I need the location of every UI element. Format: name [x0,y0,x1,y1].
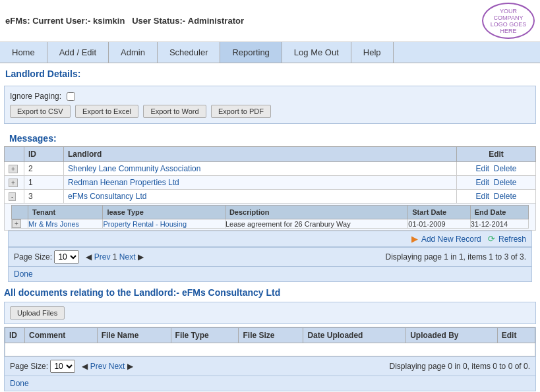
docs-done-bar: Done [4,376,536,391]
nav-reporting[interactable]: Reporting [220,42,282,63]
docs-page-size-label: Page Size: [10,362,48,371]
nav-scheduler[interactable]: Scheduler [158,42,221,63]
docs-next-arrow[interactable]: ▶ [127,362,133,371]
docs-col-edit: Edit [497,328,535,343]
refresh-link[interactable]: ⟳ Refresh [488,234,526,244]
edit-cell-3: Edit Delete [457,190,536,204]
action-bar: ▶ Add New Record ⟳ Refresh [8,231,532,247]
next-link[interactable]: Next [119,252,136,262]
table-row: - 3 eFMs Consultancy Ltd Edit Delete [5,190,536,204]
page-number: 1 [113,252,117,262]
landlord-section-title: Landlord Details: [0,63,540,82]
done-label: Done [14,269,33,279]
nav-log-me-out[interactable]: Log Me Out [282,42,351,63]
display-info: Displaying page 1 in 1, items 1 to 3 of … [386,252,526,262]
docs-title: All documents relating to the Landlord:-… [4,287,536,298]
messages-section: Messages: ID Landlord Edit + 2 Shenley L… [4,128,536,282]
docs-page-size-area: Page Size: 10 25 50 ◀ Prev Next ▶ [10,360,133,373]
ignore-paging-checkbox[interactable] [67,92,75,101]
export-buttons: Export to CSV Export to Excel Export to … [10,105,530,118]
docs-prev-link[interactable]: Prev [90,362,107,371]
landlord-panel: Ignore Paging: Export to CSV Export to E… [4,86,536,124]
id-cell: 1 [24,176,64,190]
landlord-link-3[interactable]: eFMs Consultancy Ltd [68,192,146,201]
table-row: + 1 Redman Heenan Properties Ltd Edit De… [5,176,536,190]
username: ksimkin [93,16,125,26]
user-info: eFMs: Current User:- ksimkin User Status… [5,16,244,26]
nav-home[interactable]: Home [0,42,47,63]
landlord-link-1[interactable]: Shenley Lane Community Association [68,164,200,173]
docs-section: All documents relating to the Landlord:-… [4,287,536,391]
main-nav: Home Add / Edit Admin Scheduler Reportin… [0,42,540,63]
expand-cell[interactable]: + [5,162,24,176]
docs-table: ID Comment File Name File Type File Size… [5,327,535,356]
export-word-button[interactable]: Export to Word [143,105,206,118]
prev-arrow[interactable]: ◀ [86,252,92,262]
tenant-link[interactable]: Mr & Mrs Jones [28,220,79,228]
expand-icon-2[interactable]: + [9,179,18,187]
sub-expand-cell[interactable]: + [12,219,28,229]
delete-link-2[interactable]: Delete [494,178,517,187]
nav-admin[interactable]: Admin [109,42,158,63]
upload-panel: Upload Files [4,302,536,324]
id-cell: 3 [24,190,64,204]
upload-files-button[interactable]: Upload Files [10,306,65,320]
docs-col-id: ID [5,328,25,343]
page-size-select[interactable]: 10 25 50 [54,250,79,264]
export-pdf-button[interactable]: Export to PDF [211,105,271,118]
expand-icon-1[interactable]: + [9,165,18,173]
page-size-area: Page Size: 10 25 50 ◀ Prev 1 Next ▶ [14,250,144,264]
company-logo: YOUR COMPANY LOGO GOES HERE [482,3,535,39]
docs-prev-arrow[interactable]: ◀ [82,362,88,371]
docs-empty-cell [5,343,535,356]
messages-section-title: Messages: [4,128,536,146]
app-name: eFMs: [5,16,30,26]
col-landlord: Landlord [64,147,457,162]
sub-table: Tenant lease Type Description Start Date… [11,205,529,229]
docs-empty-row [5,343,535,356]
sub-expand-icon[interactable]: + [12,219,21,228]
edit-link-2[interactable]: Edit [475,178,489,187]
delete-link-3[interactable]: Delete [494,192,517,201]
add-new-record-label: Add New Record [421,235,481,244]
refresh-label: Refresh [498,235,526,244]
expand-cell[interactable]: + [5,176,24,190]
export-excel-button[interactable]: Export to Excel [75,105,138,118]
sub-table-row: Tenant lease Type Description Start Date… [5,204,536,231]
pagination-bar: Page Size: 10 25 50 ◀ Prev 1 Next ▶ Disp… [8,247,532,267]
sub-col-expand [12,206,28,219]
export-csv-button[interactable]: Export to CSV [10,105,71,118]
sub-col-description: Description [225,206,407,219]
sub-table-data-row: + Mr & Mrs Jones Property Rental - Housi… [12,219,529,229]
lease-type-cell: Property Rental - Housing [103,219,225,229]
docs-page-size-select[interactable]: 10 25 50 [50,360,75,373]
sub-col-tenant: Tenant [28,206,103,219]
edit-link-1[interactable]: Edit [475,164,489,173]
docs-col-filename: File Name [97,328,171,343]
ignore-paging-row: Ignore Paging: [10,92,530,101]
sub-col-start-date: Start Date [408,206,470,219]
landlord-cell: eFMs Consultancy Ltd [64,190,457,204]
delete-link-1[interactable]: Delete [494,164,517,173]
expand-icon-3[interactable]: - [9,192,16,201]
next-arrow[interactable]: ▶ [138,252,144,262]
docs-next-link[interactable]: Next [109,362,125,371]
user-status-label: User Status:- [132,16,185,26]
prev-link[interactable]: Prev [94,252,111,262]
add-record-icon: ▶ [411,234,418,244]
expand-cell[interactable]: - [5,190,24,204]
docs-pagination-bar: Page Size: 10 25 50 ◀ Prev Next ▶ Displa… [4,357,536,376]
docs-done-label: Done [10,379,29,388]
add-new-record-link[interactable]: ▶ Add New Record [411,234,481,244]
ignore-paging-label: Ignore Paging: [10,92,61,101]
lease-type-link[interactable]: Property Rental - Housing [103,220,187,228]
user-role: Administrator [188,16,244,26]
nav-help[interactable]: Help [351,42,394,63]
landlord-link-2[interactable]: Redman Heenan Properties Ltd [68,178,179,187]
sub-col-end-date: End Date [470,206,528,219]
edit-link-3[interactable]: Edit [475,192,489,201]
current-user-label: Current User:- [32,16,90,26]
nav-add-edit[interactable]: Add / Edit [47,42,109,63]
messages-table-wrap: ID Landlord Edit + 2 Shenley Lane Commun… [4,146,536,231]
landlord-cell: Shenley Lane Community Association [64,162,457,176]
